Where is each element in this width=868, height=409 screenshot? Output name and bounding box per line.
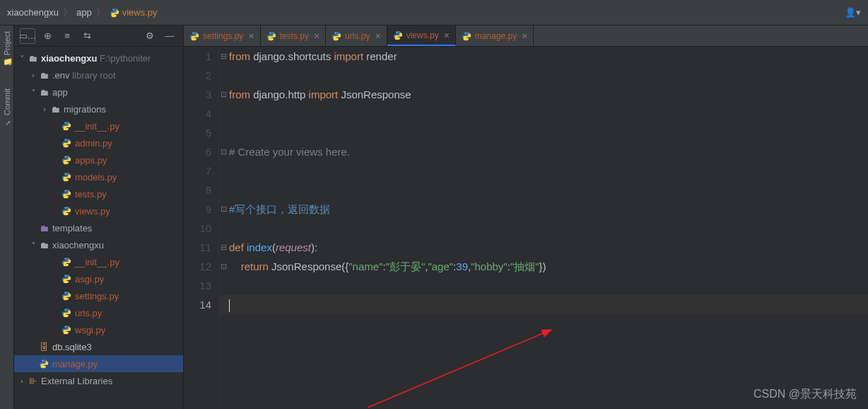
project-panel: ▭… ⊕ ≡ ⇆ ⚙ — ˅🖿xiaochengxu F:\pythoniter… (14, 25, 184, 409)
tree-item[interactable]: asgi.py (14, 270, 183, 287)
svg-point-23 (67, 333, 68, 333)
editor-tab[interactable]: settings.py× (184, 25, 261, 46)
tree-item[interactable]: 🖿templates (14, 219, 183, 236)
breadcrumb-folder[interactable]: app (76, 7, 92, 18)
project-view-button[interactable]: ▭… (20, 28, 35, 44)
select-opened-file-icon[interactable]: ⊕ (40, 28, 55, 44)
svg-point-28 (269, 33, 270, 33)
tree-item[interactable]: tests.py (14, 185, 183, 202)
svg-point-1 (115, 15, 116, 16)
close-icon[interactable]: × (314, 30, 319, 42)
tree-item[interactable]: ˅🖿app (14, 83, 183, 100)
code-line[interactable] (219, 219, 868, 238)
svg-point-31 (337, 38, 338, 39)
svg-point-18 (65, 292, 66, 293)
chevron-right-icon: 〉 (63, 6, 72, 19)
chevron-right-icon: 〉 (96, 6, 105, 19)
project-tree[interactable]: ˅🖿xiaochengxu F:\pythoniter›🖿.env librar… (14, 47, 183, 409)
svg-point-32 (396, 32, 397, 33)
tree-item[interactable]: admin.py (14, 134, 183, 151)
code-line[interactable] (219, 180, 868, 200)
tree-item[interactable]: manage.py (14, 355, 183, 372)
svg-point-5 (67, 146, 68, 146)
tree-item[interactable]: ›🖿.env library root (14, 67, 183, 83)
svg-point-24 (42, 360, 43, 361)
watermark: CSDN @景天科技苑 (753, 387, 857, 402)
expand-all-icon[interactable]: ≡ (59, 28, 75, 44)
code-line[interactable]: ⊡# Create your views here. (219, 142, 868, 161)
svg-point-35 (467, 38, 468, 39)
editor-tab[interactable]: manage.py× (456, 25, 534, 46)
code-line[interactable]: ⊡from django.http import JsonResponse (219, 85, 868, 104)
user-menu-icon[interactable]: 👤▾ (845, 7, 861, 18)
svg-point-6 (65, 156, 66, 157)
svg-point-25 (45, 367, 45, 367)
code-line[interactable] (219, 104, 868, 123)
code-editor[interactable]: 1234567891011121314 ⊟from django.shortcu… (184, 47, 868, 409)
tree-item[interactable]: views.py (14, 202, 183, 219)
tree-item[interactable]: models.py (14, 168, 183, 185)
code-line[interactable]: ⊟def index(request): (219, 238, 868, 257)
commit-tab[interactable]: ✓Commit (2, 88, 11, 127)
project-toolbar: ▭… ⊕ ≡ ⇆ ⚙ — (14, 25, 183, 47)
editor-tabs[interactable]: settings.py×tests.py×urls.py×views.py×ma… (184, 25, 868, 47)
close-icon[interactable]: × (522, 30, 527, 42)
tree-item[interactable]: apps.py (14, 151, 183, 168)
tree-item[interactable]: wsgi.py (14, 321, 183, 338)
tree-item[interactable]: ›⊪External Libraries (14, 372, 183, 389)
svg-point-12 (65, 207, 66, 208)
hide-icon[interactable]: — (162, 28, 177, 44)
settings-icon[interactable]: ⚙ (142, 28, 158, 44)
breadcrumb-project[interactable]: xiaochengxu (7, 7, 59, 18)
collapse-all-icon[interactable]: ⇆ (79, 28, 95, 44)
code-line[interactable]: ⊟from django.shortcuts import render (219, 47, 868, 66)
svg-point-20 (65, 309, 66, 310)
code-lines[interactable]: ⊟from django.shortcuts import render ⊡fr… (219, 47, 868, 409)
editor-tab[interactable]: tests.py× (261, 25, 327, 46)
tree-item[interactable]: __init__.py (14, 117, 183, 134)
svg-point-26 (193, 33, 194, 33)
svg-point-16 (65, 275, 66, 276)
tree-item[interactable]: settings.py (14, 287, 183, 304)
editor-tab[interactable]: urls.py× (326, 25, 387, 46)
svg-point-4 (65, 139, 66, 140)
svg-point-14 (65, 258, 66, 259)
tree-item[interactable]: ˅🖿xiaochengxu (14, 236, 183, 253)
svg-point-10 (65, 190, 66, 191)
code-line[interactable]: ⊡ return JsonResponse({"name":"彭于晏","age… (219, 257, 868, 276)
code-line[interactable] (219, 123, 868, 142)
tool-window-bar: 📁Project ✓Commit (0, 25, 14, 409)
svg-point-27 (195, 38, 196, 39)
project-tab[interactable]: 📁Project (2, 31, 11, 67)
svg-point-29 (272, 38, 273, 39)
svg-point-17 (67, 282, 68, 282)
tree-item[interactable]: urls.py (14, 304, 183, 321)
code-line[interactable] (219, 295, 868, 314)
svg-point-33 (399, 38, 399, 38)
close-icon[interactable]: × (375, 30, 380, 42)
svg-point-21 (67, 316, 68, 316)
code-line[interactable] (219, 66, 868, 85)
tree-item[interactable]: 🗄db.sqlite3 (14, 338, 183, 355)
svg-point-7 (67, 163, 68, 163)
tree-item[interactable]: ˅🖿xiaochengxu F:\pythoniter (14, 50, 183, 67)
tree-item[interactable]: __init__.py (14, 253, 183, 270)
svg-point-30 (335, 33, 336, 33)
breadcrumb-file[interactable]: views.py (110, 7, 158, 18)
code-line[interactable]: ⊡#写个接口，返回数据 (219, 200, 868, 219)
code-line[interactable] (219, 276, 868, 295)
svg-point-19 (67, 299, 68, 299)
svg-point-15 (67, 265, 68, 265)
svg-point-3 (67, 129, 68, 129)
code-line[interactable] (219, 161, 868, 180)
svg-point-34 (464, 33, 465, 33)
svg-point-2 (65, 122, 66, 123)
close-icon[interactable]: × (444, 30, 450, 41)
close-icon[interactable]: × (248, 30, 254, 42)
tree-item[interactable]: ›🖿migrations (14, 100, 183, 117)
editor-tab[interactable]: views.py× (387, 25, 456, 46)
breadcrumb-bar: xiaochengxu 〉 app 〉 views.py 👤▾ (0, 0, 868, 25)
svg-point-0 (112, 9, 113, 10)
breadcrumb[interactable]: xiaochengxu 〉 app 〉 views.py (7, 6, 158, 19)
svg-point-13 (67, 214, 68, 214)
